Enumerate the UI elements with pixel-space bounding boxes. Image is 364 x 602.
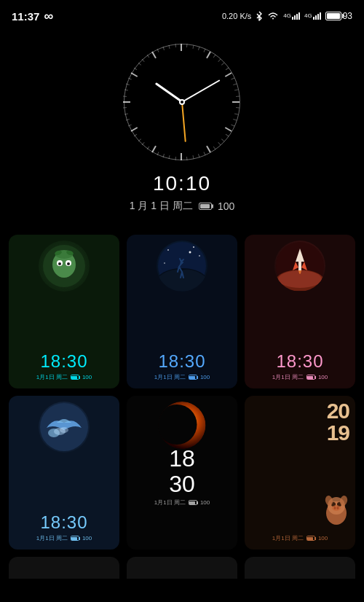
date-text: 1 月 1 日 周二 bbox=[130, 200, 193, 213]
face-image-4 bbox=[39, 402, 90, 453]
face-date-5: 1月1日 周二 100 bbox=[154, 499, 210, 507]
svg-point-11 bbox=[193, 246, 194, 248]
svg-point-27 bbox=[332, 505, 341, 511]
wifi-icon bbox=[267, 12, 279, 20]
clock-section: 10:10 1 月 1 日 周二 100 bbox=[0, 29, 364, 235]
time-display: 11:37 bbox=[12, 10, 39, 23]
face-card-3[interactable]: 18:30 1月1日 周二 100 bbox=[245, 235, 355, 388]
face-card-1[interactable]: 18:30 1月1日 周二 100 bbox=[9, 235, 119, 388]
bluetooth-icon bbox=[256, 11, 263, 21]
svg-point-14 bbox=[189, 251, 191, 254]
clock-center-dot bbox=[181, 101, 183, 103]
analog-clock bbox=[124, 44, 240, 160]
status-right: 0.20 K/s 4G bbox=[222, 11, 352, 21]
face-image-2 bbox=[157, 241, 207, 292]
face-date-3: 1月1日 周二 100 bbox=[272, 373, 328, 381]
digital-time: 10:10 bbox=[153, 172, 211, 195]
clock-tick bbox=[123, 95, 127, 97]
signal-4g-1: 4G bbox=[283, 12, 300, 20]
face-card-4[interactable]: 18:30 1月1日 周二 100 bbox=[9, 396, 119, 550]
svg-point-28 bbox=[334, 507, 336, 509]
clock-tick bbox=[232, 101, 240, 103]
face-time-4: 18:30 bbox=[40, 512, 87, 533]
face-card-5[interactable]: 18 30 1月1日 周二 100 bbox=[127, 396, 237, 550]
signal-4g-2: 4G bbox=[304, 12, 321, 20]
battery-percent: 93 bbox=[343, 11, 352, 21]
status-bar: 11:37 ∞ 0.20 K/s 4G bbox=[0, 0, 364, 29]
svg-point-29 bbox=[337, 507, 339, 509]
svg-point-22 bbox=[60, 427, 68, 433]
face-date-1: 1月1日 周二 100 bbox=[36, 373, 92, 381]
battery-value: 100 bbox=[218, 200, 234, 212]
clock-tick bbox=[123, 101, 130, 103]
battery-icon: 93 bbox=[325, 11, 352, 21]
face-time-5: 18 30 bbox=[169, 446, 195, 497]
face-image-1 bbox=[39, 241, 90, 292]
face-date-6: 1月1日 周二 100 bbox=[272, 534, 328, 542]
svg-point-12 bbox=[199, 255, 200, 257]
faces-grid: 18:30 1月1日 周二 100 bbox=[0, 235, 364, 550]
face-time-1: 18:30 bbox=[40, 351, 87, 372]
face-date-4: 1月1日 周二 100 bbox=[36, 534, 92, 542]
face-card-6[interactable]: 20 19 1月1日 周二 bbox=[245, 396, 355, 550]
face-image-3 bbox=[274, 241, 325, 292]
battery-small bbox=[199, 203, 212, 210]
svg-point-10 bbox=[167, 249, 169, 251]
infinity-icon: ∞ bbox=[44, 9, 53, 24]
status-left: 11:37 ∞ bbox=[12, 9, 53, 24]
network-speed: 0.20 K/s bbox=[222, 12, 251, 20]
svg-point-13 bbox=[164, 262, 165, 264]
clock-tick bbox=[181, 44, 182, 51]
clock-tick bbox=[236, 95, 240, 97]
clock-tick bbox=[175, 157, 176, 160]
face-time-3: 18:30 bbox=[276, 351, 323, 372]
face-time-2: 18:30 bbox=[158, 351, 205, 372]
date-info: 1 月 1 日 周二 100 bbox=[130, 200, 235, 213]
clock-tick bbox=[181, 153, 182, 160]
clock-tick bbox=[175, 44, 176, 47]
svg-point-5 bbox=[67, 262, 70, 265]
face-date-2: 1月1日 周二 100 bbox=[154, 373, 210, 381]
svg-point-4 bbox=[58, 262, 61, 265]
clock-center bbox=[179, 99, 185, 105]
face-card-2[interactable]: 18:30 1月1日 周二 100 bbox=[127, 235, 237, 388]
